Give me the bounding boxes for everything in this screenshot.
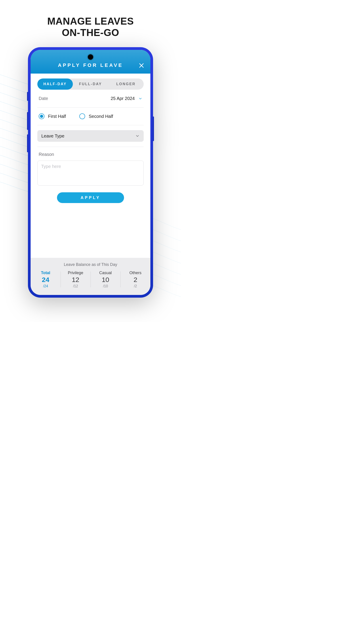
tab-full-day[interactable]: FULL-DAY [73, 78, 108, 90]
balances-title: Leave Balance as of This Day [31, 262, 150, 267]
promo-title: MANAGE LEAVES ON-THE-GO [0, 0, 181, 47]
close-button[interactable] [138, 62, 145, 69]
duration-segmented-control: HALF-DAY FULL-DAY LONGER [37, 78, 144, 90]
apply-button[interactable]: APPLY [57, 192, 124, 203]
tab-longer-label: LONGER [116, 82, 135, 86]
balance-casual: Casual 10 /10 [90, 270, 120, 289]
balance-others-value: 2 [121, 276, 149, 284]
tab-half-day-label: HALF-DAY [43, 82, 67, 86]
balance-others-denom: /2 [121, 284, 149, 288]
phone-mockup: APPLY FOR LEAVE HALF-DAY FULL-DAY [28, 47, 153, 298]
tab-full-day-label: FULL-DAY [79, 82, 102, 86]
chevron-down-icon [135, 134, 140, 138]
balance-others: Others 2 /2 [120, 270, 150, 289]
balance-casual-value: 10 [91, 276, 120, 284]
balance-total-value: 24 [31, 276, 60, 284]
balance-privilege-label: Privilege [61, 270, 90, 275]
reason-input[interactable] [37, 160, 144, 186]
promo-title-line1: MANAGE LEAVES [47, 16, 134, 26]
radio-indicator-checked [39, 113, 44, 119]
chevron-down-icon [138, 96, 142, 100]
radio-second-half[interactable]: Second Half [79, 113, 113, 119]
radio-first-half-label: First Half [48, 114, 66, 119]
balance-casual-label: Casual [91, 270, 120, 275]
date-picker-row[interactable]: Date 25 Apr 2024 [37, 90, 144, 108]
balance-others-label: Others [121, 270, 149, 275]
tab-longer[interactable]: LONGER [108, 78, 144, 90]
balance-casual-denom: /10 [91, 284, 120, 288]
date-label: Date [39, 96, 48, 101]
radio-second-half-label: Second Half [89, 114, 113, 119]
leave-balances-footer: Leave Balance as of This Day Total 24 /2… [31, 258, 150, 295]
date-value: 25 Apr 2024 [111, 96, 135, 101]
close-icon [138, 62, 145, 69]
divider [37, 147, 144, 147]
leave-type-select[interactable]: Leave Type [37, 130, 144, 142]
phone-camera-dot [88, 54, 93, 60]
half-day-radio-group: First Half Second Half [37, 108, 144, 125]
leave-type-placeholder: Leave Type [41, 134, 64, 139]
app-header-title: APPLY FOR LEAVE [58, 62, 123, 68]
balance-privilege-value: 12 [61, 276, 90, 284]
balance-total: Total 24 /24 [31, 270, 60, 289]
app-header: APPLY FOR LEAVE [31, 50, 150, 74]
promo-title-line2: ON-THE-GO [62, 27, 119, 38]
radio-first-half[interactable]: First Half [39, 113, 66, 119]
form-content: HALF-DAY FULL-DAY LONGER Date 25 Apr 202… [31, 74, 150, 258]
balance-total-denom: /24 [31, 284, 60, 288]
balance-privilege-denom: /12 [61, 284, 90, 288]
balance-privilege: Privilege 12 /12 [60, 270, 90, 289]
radio-indicator-unchecked [79, 113, 85, 119]
balance-total-label: Total [31, 270, 60, 275]
apply-button-label: APPLY [81, 196, 100, 200]
tab-half-day[interactable]: HALF-DAY [37, 78, 73, 90]
reason-label: Reason [37, 152, 144, 157]
